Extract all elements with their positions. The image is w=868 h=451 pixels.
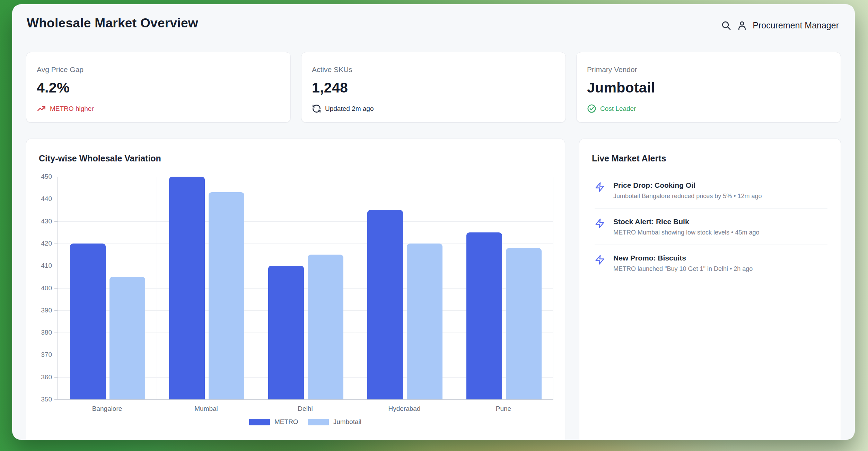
y-axis-label: 400 xyxy=(28,284,52,292)
dashboard-panel: Wholesale Market Overview Procurement Ma… xyxy=(12,4,855,440)
legend-label: Jumbotail xyxy=(333,418,361,426)
alert-title: Stock Alert: Rice Bulk xyxy=(613,218,759,226)
y-axis-label: 450 xyxy=(28,173,52,180)
stat-label: Primary Vendor xyxy=(587,65,830,74)
gridline xyxy=(58,177,553,177)
stat-card-avg-price-gap: Avg Price Gap 4.2% METRO higher xyxy=(26,52,291,123)
y-axis-tick xyxy=(54,199,58,199)
y-axis-tick xyxy=(54,221,58,222)
y-axis-tick xyxy=(54,310,58,311)
bar-jumbotail-hyderabad[interactable] xyxy=(407,244,442,399)
bar-metro-mumbai[interactable] xyxy=(169,177,205,399)
x-axis-label: Delhi xyxy=(256,405,355,413)
zap-icon xyxy=(595,255,605,265)
alert-detail: Jumbotail Bangalore reduced prices by 5%… xyxy=(613,193,762,200)
x-axis-label: Bangalore xyxy=(58,405,157,413)
header-actions: Procurement Manager xyxy=(721,20,839,31)
y-axis-label: 370 xyxy=(28,351,52,359)
stats-row: Avg Price Gap 4.2% METRO higher Active S… xyxy=(26,52,841,123)
y-axis-tick xyxy=(54,177,58,177)
alert-detail: METRO launched "Buy 10 Get 1" in Delhi •… xyxy=(613,265,753,273)
check-circle-icon xyxy=(587,104,596,113)
alert-detail: METRO Mumbai showing low stock levels • … xyxy=(613,229,759,236)
bar-metro-bangalore[interactable] xyxy=(70,244,106,399)
y-axis-label: 380 xyxy=(28,329,52,336)
stat-label: Avg Price Gap xyxy=(37,65,280,74)
stat-status: METRO higher xyxy=(37,104,280,113)
y-axis-tick xyxy=(54,333,58,333)
bar-jumbotail-bangalore[interactable] xyxy=(109,277,145,399)
x-axis-label: Mumbai xyxy=(157,405,256,413)
y-axis-tick xyxy=(54,288,58,289)
bar-jumbotail-pune[interactable] xyxy=(506,248,542,399)
user-icon[interactable] xyxy=(737,20,747,31)
page-title: Wholesale Market Overview xyxy=(27,16,198,30)
stat-status-text: Updated 2m ago xyxy=(325,105,374,113)
main-row: City-wise Wholesale Variation 4504404304… xyxy=(26,139,841,440)
chart-x-axis-labels: BangaloreMumbaiDelhiHyderabadPune xyxy=(58,405,553,413)
gridline xyxy=(58,221,553,222)
stat-card-primary-vendor: Primary Vendor Jumbotail Cost Leader xyxy=(576,52,841,123)
chart-legend: METROJumbotail xyxy=(58,418,553,426)
zap-icon xyxy=(595,218,605,229)
stat-value: 1,248 xyxy=(312,80,555,96)
chart-title: City-wise Wholesale Variation xyxy=(39,153,161,163)
search-icon[interactable] xyxy=(721,20,731,31)
y-axis-tick xyxy=(54,266,58,266)
legend-item-metro[interactable]: METRO xyxy=(249,418,298,426)
stat-value: Jumbotail xyxy=(587,80,830,96)
gridline xyxy=(58,199,553,199)
legend-swatch xyxy=(308,419,329,425)
stat-status: Updated 2m ago xyxy=(312,104,555,113)
refresh-icon xyxy=(312,104,321,113)
alerts-list: Price Drop: Cooking Oil Jumbotail Bangal… xyxy=(595,172,827,281)
stat-card-active-skus: Active SKUs 1,248 Updated 2m ago xyxy=(301,52,566,123)
y-axis-label: 390 xyxy=(28,307,52,314)
alert-item-new-promo: New Promo: Biscuits METRO launched "Buy … xyxy=(595,245,827,281)
y-axis-tick xyxy=(54,377,58,378)
bar-jumbotail-mumbai[interactable] xyxy=(209,192,244,399)
stat-status-text: Cost Leader xyxy=(600,105,636,113)
x-axis-label: Pune xyxy=(454,405,553,413)
alert-item-price-drop: Price Drop: Cooking Oil Jumbotail Bangal… xyxy=(595,172,827,209)
y-axis-label: 430 xyxy=(28,218,52,225)
y-axis-label: 440 xyxy=(28,195,52,203)
desktop-background: Wholesale Market Overview Procurement Ma… xyxy=(0,0,868,451)
bar-metro-hyderabad[interactable] xyxy=(367,210,403,399)
trending-up-icon xyxy=(37,104,46,113)
gridline xyxy=(553,177,553,399)
y-axis-tick xyxy=(54,355,58,355)
bar-metro-delhi[interactable] xyxy=(268,266,304,399)
alerts-card: Live Market Alerts Price Drop: Cooking O… xyxy=(579,139,841,440)
y-axis-label: 350 xyxy=(28,396,52,403)
y-axis-label: 420 xyxy=(28,240,52,247)
y-axis-label: 410 xyxy=(28,262,52,269)
stat-status: Cost Leader xyxy=(587,104,830,113)
alerts-title: Live Market Alerts xyxy=(592,153,666,163)
y-axis-tick xyxy=(54,399,58,400)
bar-jumbotail-delhi[interactable] xyxy=(308,255,343,399)
chart-card: City-wise Wholesale Variation 4504404304… xyxy=(26,139,565,440)
y-axis-label: 360 xyxy=(28,373,52,381)
stat-label: Active SKUs xyxy=(312,65,555,74)
gridline xyxy=(454,177,454,399)
alert-item-stock-alert: Stock Alert: Rice Bulk METRO Mumbai show… xyxy=(595,209,827,245)
gridline xyxy=(355,177,355,399)
chart-plot: 450440430420410400390380370360350 xyxy=(58,177,553,400)
stat-value: 4.2% xyxy=(37,80,280,96)
zap-icon xyxy=(595,182,605,192)
legend-item-jumbotail[interactable]: Jumbotail xyxy=(308,418,361,426)
stat-status-text: METRO higher xyxy=(50,105,94,113)
user-role-label: Procurement Manager xyxy=(753,20,839,30)
gridline xyxy=(256,177,256,399)
y-axis-tick xyxy=(54,244,58,244)
alert-title: New Promo: Biscuits xyxy=(613,254,753,262)
legend-swatch xyxy=(249,419,270,425)
alert-title: Price Drop: Cooking Oil xyxy=(613,181,762,189)
legend-label: METRO xyxy=(274,418,298,426)
gridline xyxy=(157,177,157,399)
bar-metro-pune[interactable] xyxy=(466,232,502,399)
x-axis-label: Hyderabad xyxy=(355,405,454,413)
